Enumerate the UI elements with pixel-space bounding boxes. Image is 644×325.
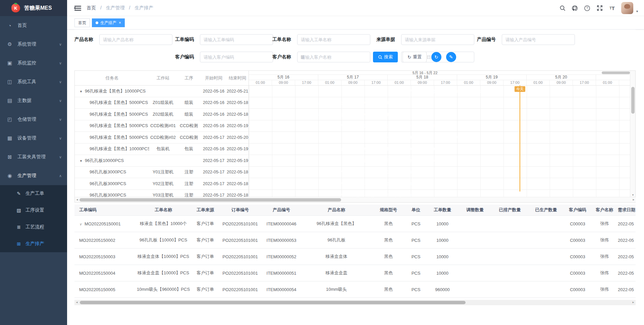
sidebar-subitem[interactable]: ✎ 生产工单 xyxy=(0,185,67,202)
timeline-day-label: 5月 18 xyxy=(388,75,457,80)
gantt-task-row[interactable]: ▼96孔移液盒【黑色】10000PCS 包装机 包装 2022-05-16 20… xyxy=(75,144,249,155)
sidebar-item[interactable]: ◔ 首页 xyxy=(0,16,67,35)
timeline-hour-label: 09:00 xyxy=(550,80,573,85)
sidebar-item[interactable]: ⊠ 工装夹具管理 ∨ xyxy=(0,148,67,166)
gantt-task-row[interactable]: ▼96孔孔板10000PCS 2022-05-17 2022-05-19 xyxy=(75,155,249,167)
gantt-bar[interactable]: 生产工单: 96孔移液盒【黑色】10000PCS 完成比例: 0% xyxy=(271,88,630,94)
gantt-bar[interactable]: 生产任务: 组装 96孔移液盒【黑色】5000PCS 完成比例: 0% xyxy=(282,100,412,106)
sidebar-item[interactable]: ◉ 生产管理 ∧ xyxy=(0,166,67,185)
edit-button[interactable]: ✎ xyxy=(446,52,456,62)
expand-caret-icon[interactable]: ▼ xyxy=(79,159,83,163)
chevron-icon: ∨ xyxy=(59,80,62,84)
sidebar-subitem[interactable]: ▧ 工序设置 xyxy=(0,202,67,219)
font-size-icon[interactable]: TT xyxy=(609,5,615,11)
sidebar-item[interactable]: ◫ 系统工具 ∨ xyxy=(0,72,67,91)
timeline-day-label xyxy=(596,75,630,80)
filter-input[interactable] xyxy=(200,52,273,62)
github-icon[interactable] xyxy=(572,5,578,11)
orders-table-header: 工单编码 工单名称 工单来源 订单编号 产品编号 产品名称 规格型号 单位 工单… xyxy=(74,205,636,216)
sidebar-subitem[interactable]: ⊞ 生产排产 xyxy=(0,235,67,252)
avatar-caret-icon[interactable]: ▾ xyxy=(636,9,638,13)
gantt-vertical-scrollbar[interactable]: ▼ xyxy=(630,71,635,197)
filter-input[interactable] xyxy=(297,34,370,45)
filter-input[interactable] xyxy=(502,34,575,45)
sidebar-subitem[interactable]: ≣ 工艺流程 xyxy=(0,219,67,235)
gantt-bar[interactable]: 生产任务: 注塑 96孔孔板3000PCS 完成比例: 0% xyxy=(339,169,412,175)
filter-input[interactable] xyxy=(200,34,273,45)
gantt-bar[interactable]: 生产任务: 组装 96孔移液盒【黑色】5000PCS 完成比例: 0% xyxy=(282,111,412,117)
work-order-link[interactable]: MO202205150004 xyxy=(79,271,115,276)
gantt-bar-row: 生产任务: 包装 96孔移液盒【黑色】10000PCS 完成比例: 0% xyxy=(249,144,630,155)
breadcrumb-home[interactable]: 首页 xyxy=(87,5,96,10)
gantt-task-row[interactable]: ▼96孔移液盒【黑色】10000PCS 2022-05-16 2022-05-2… xyxy=(75,86,249,97)
row-expand-icon[interactable]: ∨ xyxy=(79,222,82,226)
refresh-button[interactable]: ↻ xyxy=(431,52,441,62)
timeline-scroll-thumb[interactable] xyxy=(602,71,630,74)
task-name: 96孔移液盒【黑色】5000PCS xyxy=(90,100,148,105)
task-end: 2022-05-19 xyxy=(226,158,249,163)
scroll-down-icon[interactable]: ▼ xyxy=(630,194,636,197)
menu-item-label: 系统工具 xyxy=(17,79,59,85)
gantt-bar[interactable]: 生产任务: CCD检测 96孔移液盒【黑色】5000PCS 完成比例: 0% xyxy=(271,123,507,129)
work-order-link[interactable]: MO202205150005 xyxy=(79,287,115,292)
gantt-bar[interactable]: 生产任务: CCD检测 96孔移液盒【黑色】5000PCS 完成比例: 0% xyxy=(316,134,551,141)
timeline-range-label: 5月 16 - 5月 22 xyxy=(249,71,601,75)
scrollbar-thumb[interactable] xyxy=(80,301,466,304)
page-tab[interactable]: 首页 × xyxy=(74,18,90,27)
filter-input[interactable] xyxy=(297,52,370,62)
task-process: 注塑 xyxy=(177,192,201,197)
gantt-bar[interactable]: 生产任务: 注塑 96孔孔板3000PCS 完成比例: 0% xyxy=(339,181,412,187)
sidebar-collapse-icon[interactable] xyxy=(74,5,81,11)
cell-customer-name: 张伟 xyxy=(591,254,618,260)
orders-horizontal-scrollbar[interactable]: ◄ ► xyxy=(74,300,636,305)
sidebar-submenu: ✎ 生产工单 ▧ 工序设置 ≣ 工艺流程 ⊞ 生产排产 xyxy=(0,185,67,252)
fullscreen-icon[interactable] xyxy=(596,5,603,11)
app-logo[interactable]: K 苦糖果MES xyxy=(0,0,67,16)
gantt-task-row[interactable]: ▼96孔孔板3000PCS Y03注塑机 注塑 2022-05-17 2022-… xyxy=(75,190,249,198)
gantt-task-row[interactable]: ▼96孔移液盒【黑色】5000PCS CCD检测#02 CCD检测 2022-0… xyxy=(75,132,249,144)
sidebar-item[interactable]: ▤ 主数据 ∨ xyxy=(0,91,67,110)
scroll-left-icon[interactable]: ◄ xyxy=(76,198,78,201)
sidebar-item[interactable]: ▣ 系统监控 ∨ xyxy=(0,54,67,72)
gantt-task-row[interactable]: ▼96孔孔板3000PCS Y02注塑机 注塑 2022-05-17 2022-… xyxy=(75,178,249,190)
sidebar-item[interactable]: ⚙ 系统管理 ∨ xyxy=(0,35,67,54)
scroll-right-icon[interactable]: ► xyxy=(632,301,635,304)
scroll-right-icon[interactable]: ► xyxy=(632,198,635,201)
tab-close-icon[interactable]: × xyxy=(119,20,121,25)
page-tab[interactable]: 生产排产 × xyxy=(92,18,125,27)
cell-unit: PCS xyxy=(405,254,427,259)
avatar[interactable] xyxy=(621,2,633,14)
gantt-task-row[interactable]: ▼96孔孔板3000PCS Y01注塑机 注塑 2022-05-17 2022-… xyxy=(75,167,249,178)
sidebar-item[interactable]: ◰ 仓储管理 ∨ xyxy=(0,110,67,129)
work-order-link[interactable]: MO202205150002 xyxy=(79,238,115,243)
gantt-task-row[interactable]: ▼96孔移液盒【黑色】5000PCS CCD检测#01 CCD检测 2022-0… xyxy=(75,120,249,132)
filter-input[interactable] xyxy=(401,34,474,45)
scrollbar-thumb[interactable] xyxy=(631,87,635,114)
work-order-link[interactable]: MO202205150001 xyxy=(85,221,121,226)
task-station: Y02注塑机 xyxy=(149,181,177,187)
help-icon[interactable]: ? xyxy=(584,5,591,11)
gantt-task-row[interactable]: ▼96孔移液盒【黑色】5000PCS Z02组装机 组装 2022-05-16 … xyxy=(75,109,249,120)
expand-caret-icon[interactable]: ▼ xyxy=(79,90,83,93)
scroll-left-icon[interactable]: ◄ xyxy=(75,301,78,304)
work-order-link[interactable]: MO202205150003 xyxy=(79,254,115,259)
filter-label: 工单编码 xyxy=(175,37,196,43)
timeline-hour-label: 01:00 xyxy=(318,80,341,85)
cell-spec: 黑色 xyxy=(372,221,405,227)
breadcrumb-level1[interactable]: 生产管理 xyxy=(106,5,125,10)
breadcrumb-level2[interactable]: 生产排产 xyxy=(135,5,153,10)
reset-button[interactable]: ↻ 重置 xyxy=(402,52,427,62)
gantt-bar[interactable]: 生产工单: 96孔孔板10000PCS 完成比例: 0% xyxy=(339,158,460,164)
filter-input[interactable] xyxy=(99,34,172,45)
gantt-task-row[interactable]: ▼96孔移液盒【黑色】5000PCS Z01组装机 组装 2022-05-16 … xyxy=(75,97,249,109)
search-button[interactable]: 搜索 xyxy=(373,52,398,62)
gantt-bar[interactable]: 生产任务: 注塑 96孔孔板3000PCS 完成比例: 0% xyxy=(339,193,412,198)
scrollbar-thumb[interactable] xyxy=(79,198,341,202)
sidebar-item[interactable]: ▦ 设备管理 ∨ xyxy=(0,129,67,148)
menu-item-label: 主数据 xyxy=(17,98,59,104)
search-icon[interactable] xyxy=(559,5,566,11)
gantt-horizontal-scrollbar[interactable]: ◄ ► xyxy=(75,197,636,202)
cell-quantity: 10000 xyxy=(427,221,458,226)
gantt-bar[interactable]: 生产任务: 包装 96孔移液盒【黑色】10000PCS 完成比例: 0% xyxy=(271,146,507,152)
task-station: Z02组装机 xyxy=(149,111,177,117)
